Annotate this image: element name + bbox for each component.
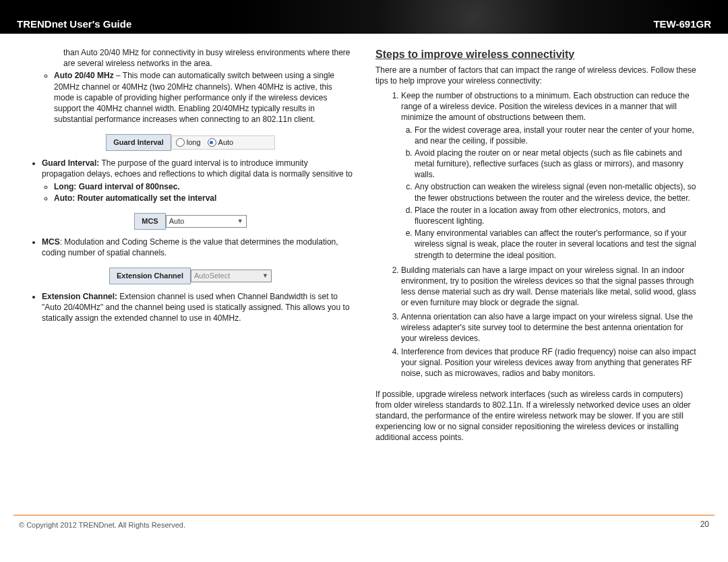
copyright-text: © Copyright 2012 TRENDnet. All Rights Re… (19, 521, 185, 529)
closing-paragraph: If possible, upgrade wireless network in… (375, 389, 700, 443)
extension-label: Extension Channel (109, 268, 191, 284)
guard-interval-control: Guard Interval long Auto (28, 134, 353, 151)
tip-4: Interference from devices that produce R… (401, 346, 700, 379)
extension-desc: Extension Channel: Extension channel is … (28, 291, 353, 324)
guard-auto-item: Auto: Router automatically set the inter… (54, 193, 353, 204)
mcs-control: MCS Auto▼ (28, 213, 353, 230)
header-left: TRENDnet User's Guide (17, 18, 131, 30)
tip1c: Any obstruction can weaken the wireless … (415, 181, 700, 203)
extension-channel-control: Extension Channel AutoSelect▼ (28, 268, 353, 284)
footer: © Copyright 2012 TRENDnet. All Rights Re… (13, 515, 715, 536)
mcs-text: : Modulation and Coding Scheme is the va… (42, 237, 338, 257)
tips-list: Keep the number of obstructions to a min… (375, 90, 700, 379)
guard-interval-bold: Guard Interval: (42, 158, 99, 168)
right-column: Steps to improve wireless connectivity T… (375, 47, 700, 508)
guard-interval-options: long Auto (171, 135, 275, 150)
continuation-text: than Auto 20/40 MHz for connectivity in … (28, 47, 353, 69)
chevron-down-icon: ▼ (262, 272, 268, 280)
extension-bold: Extension Channel: (42, 292, 117, 301)
mcs-label: MCS (134, 213, 165, 230)
auto2040-label: Auto 20/40 MHz (54, 71, 114, 80)
mcs-bold: MCS (42, 237, 60, 247)
guard-long-item: Long: Guard interval of 800nsec. (54, 181, 353, 192)
auto2040-item: Auto 20/40 MHz – This mode can automatic… (28, 70, 353, 125)
tip-3: Antenna orientation can also have a larg… (401, 311, 700, 344)
mcs-select[interactable]: Auto▼ (166, 215, 247, 228)
content-columns: than Auto 20/40 MHz for connectivity in … (0, 34, 728, 515)
header-right: TEW-691GR (653, 18, 711, 30)
guard-interval-label: Guard Interval (106, 134, 171, 151)
tip1d: Place the router in a location away from… (415, 205, 700, 226)
radio-long[interactable]: long (176, 137, 201, 148)
tip1b: Avoid placing the router on or near meta… (415, 148, 700, 181)
extension-select[interactable]: AutoSelect▼ (191, 270, 272, 282)
section-title: Steps to improve wireless connectivity (375, 47, 700, 62)
tip1e: Many environmental variables can affect … (415, 228, 700, 261)
mcs-desc: MCS: Modulation and Coding Scheme is the… (28, 237, 353, 258)
tip-1: Keep the number of obstructions to a min… (401, 90, 700, 261)
tip1-sublist: For the widest coverage area, install yo… (401, 125, 700, 261)
chevron-down-icon: ▼ (237, 217, 243, 225)
tip-2: Building materials can have a large impa… (401, 265, 700, 309)
guard-sub-list: Long: Guard interval of 800nsec. Auto: R… (42, 181, 353, 204)
left-column: than Auto 20/40 MHz for connectivity in … (28, 47, 353, 508)
header-bar: TRENDnet User's Guide TEW-691GR (0, 0, 728, 34)
page-number: 20 (700, 520, 709, 529)
tip1a: For the widest coverage area, install yo… (415, 125, 700, 146)
section-intro: There are a number of factors that can i… (375, 65, 700, 86)
guard-interval-desc: Guard Interval: The purpose of the guard… (28, 158, 353, 204)
radio-auto[interactable]: Auto (208, 137, 234, 148)
